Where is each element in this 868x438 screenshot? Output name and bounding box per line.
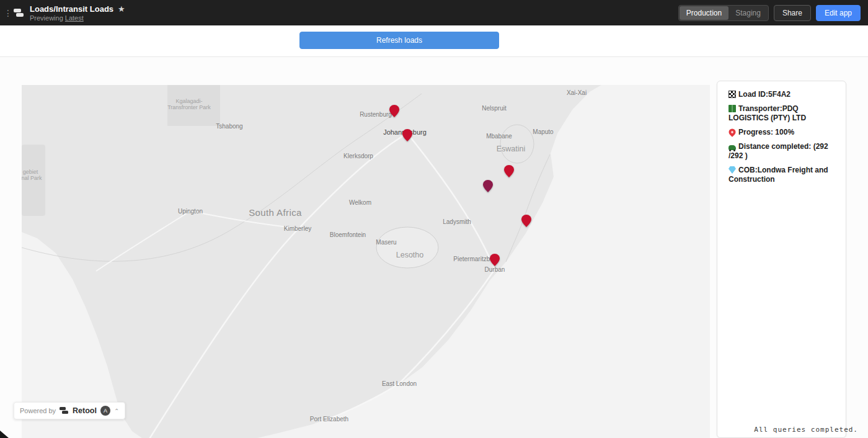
detail-item: COB:Londwa Freight and Construction <box>728 166 836 184</box>
map-pin[interactable] <box>483 180 493 192</box>
chevron-up-icon[interactable]: ⌃ <box>114 408 119 414</box>
drag-handle-icon[interactable]: ⋮ <box>4 8 11 18</box>
map-canvas[interactable]: Kgalagadi-Transfronter Parkgebietnal Par… <box>22 85 710 438</box>
map-base-svg <box>22 85 710 438</box>
edit-app-button[interactable]: Edit app <box>816 5 861 21</box>
app-title: Loads/Intransit Loads <box>30 4 113 14</box>
title-block: Loads/Intransit Loads ★ PreviewingLatest <box>30 4 125 22</box>
detail-item: Progress: 100% <box>728 128 836 137</box>
app-toolbar: Refresh loads <box>0 25 868 57</box>
env-staging-button[interactable]: Staging <box>728 6 768 20</box>
detail-text: Distance completed: (292 /292 ) <box>728 142 828 160</box>
env-production-button[interactable]: Production <box>680 6 728 20</box>
powered-by-badge[interactable]: Powered by Retool A ⌃ <box>14 402 125 419</box>
corner-handle <box>0 431 9 438</box>
location-pin-icon <box>727 127 737 137</box>
flag-icon <box>728 91 736 98</box>
refresh-loads-button[interactable]: Refresh loads <box>299 32 499 49</box>
powered-by-label: Powered by <box>20 407 56 414</box>
detail-text: Load ID:5F4A2 <box>738 90 790 99</box>
building-icon <box>728 105 736 112</box>
app-header: ⋮ Loads/Intransit Loads ★ PreviewingLate… <box>0 0 868 25</box>
query-status-text: All queries completed. <box>754 426 858 434</box>
detail-item: Distance completed: (292 /292 ) <box>728 142 836 161</box>
map-pin[interactable] <box>490 254 500 266</box>
map-pin[interactable] <box>402 129 412 141</box>
load-details-panel: Load ID:5F4A2Transporter:PDQ LOGISTICS (… <box>717 81 846 438</box>
detail-text: Transporter:PDQ LOGISTICS (PTY) LTD <box>728 104 806 122</box>
previewing-label: Previewing <box>30 14 63 22</box>
previewing-version-link[interactable]: Latest <box>65 14 84 22</box>
load-details-list: Load ID:5F4A2Transporter:PDQ LOGISTICS (… <box>728 90 836 184</box>
environment-toggle: Production Staging <box>678 5 769 21</box>
main-content: Kgalagadi-Transfronter Parkgebietnal Par… <box>0 57 868 438</box>
gem-icon <box>728 166 736 174</box>
detail-text: COB:Londwa Freight and Construction <box>728 166 828 184</box>
favorite-star-icon[interactable]: ★ <box>118 4 125 14</box>
detail-text: Progress: 100% <box>738 128 794 136</box>
retool-logo-icon <box>12 7 25 19</box>
retool-brand-label: Retool <box>73 406 97 415</box>
share-button[interactable]: Share <box>774 5 811 21</box>
map-pin[interactable] <box>521 215 531 227</box>
map-pin[interactable] <box>389 105 399 117</box>
avatar[interactable]: A <box>100 406 110 416</box>
car-icon <box>728 145 736 150</box>
map-pin[interactable] <box>504 165 514 177</box>
detail-item: Load ID:5F4A2 <box>728 90 836 99</box>
detail-item: Transporter:PDQ LOGISTICS (PTY) LTD <box>728 104 836 123</box>
retool-logo-icon <box>60 406 69 415</box>
